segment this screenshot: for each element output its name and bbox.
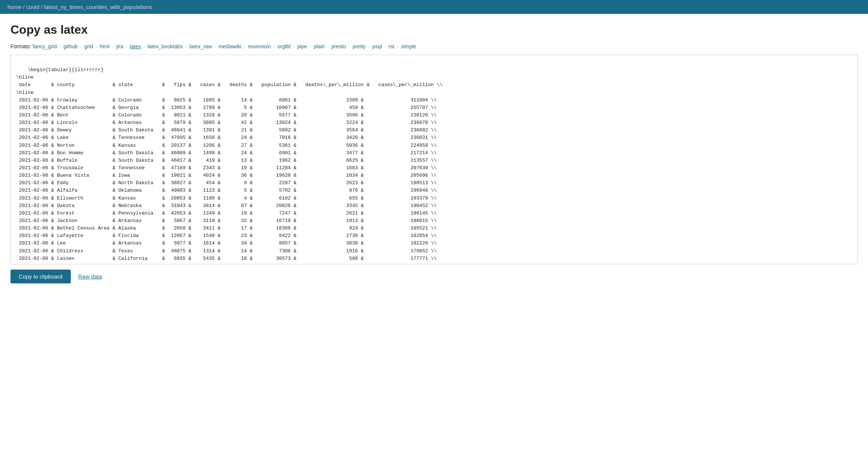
format-link-orgtbl[interactable]: orgtbl	[277, 43, 291, 49]
topbar: home / covid / latest_ny_times_counties_…	[0, 0, 868, 14]
format-link-latex_raw[interactable]: latex_raw	[189, 43, 212, 49]
format-separator: ·	[79, 43, 84, 49]
copy-to-clipboard-button[interactable]: Copy to clipboard	[10, 270, 71, 283]
format-separator: ·	[326, 43, 330, 49]
format-link-html[interactable]: html	[100, 43, 109, 49]
format-link-jira[interactable]: jira	[116, 43, 123, 49]
format-link-pipe[interactable]: pipe	[297, 43, 307, 49]
format-separator: ·	[243, 43, 247, 49]
format-separator: ·	[124, 43, 129, 49]
format-separator: ·	[383, 43, 388, 49]
code-box: \begin{tabular}{lllrrrrrr} \hline date &…	[10, 55, 858, 264]
format-separator: ·	[292, 43, 296, 49]
format-link-moinmoin[interactable]: moinmoin	[248, 43, 271, 49]
format-link-presto[interactable]: presto	[331, 43, 346, 49]
format-separator: ·	[347, 43, 352, 49]
format-separator: ·	[184, 43, 188, 49]
formats-label: Formats:	[10, 43, 31, 49]
main-content: Copy as latex Formats: fancy_grid · gith…	[0, 14, 868, 292]
formats-links: fancy_grid · github · grid · html · jira…	[33, 43, 416, 49]
raw-data-button[interactable]: Raw data	[78, 273, 102, 280]
format-link-grid[interactable]: grid	[84, 43, 93, 49]
breadcrumb: home / covid / latest_ny_times_counties_…	[7, 4, 152, 10]
format-separator: ·	[111, 43, 115, 49]
format-link-pretty[interactable]: pretty	[353, 43, 366, 49]
format-link-plain[interactable]: plain	[314, 43, 325, 49]
format-link-github[interactable]: github	[63, 43, 78, 49]
format-separator: ·	[272, 43, 276, 49]
format-separator: ·	[142, 43, 146, 49]
format-link-rst[interactable]: rst	[389, 43, 395, 49]
format-link-simple[interactable]: simple	[401, 43, 416, 49]
format-link-latex[interactable]: latex	[130, 43, 141, 49]
page-title: Copy as latex	[10, 23, 858, 37]
format-separator: ·	[395, 43, 400, 49]
format-separator: ·	[94, 43, 99, 49]
bottom-bar: Copy to clipboard Raw data	[10, 270, 858, 283]
format-link-mediawiki[interactable]: mediawiki	[218, 43, 241, 49]
formats-line: Formats: fancy_grid · github · grid · ht…	[10, 43, 858, 49]
code-content: \begin{tabular}{lllrrrrrr} \hline date &…	[16, 67, 443, 264]
format-separator: ·	[367, 43, 371, 49]
format-link-latex_booktabs[interactable]: latex_booktabs	[148, 43, 183, 49]
format-separator: ·	[213, 43, 218, 49]
format-link-psql[interactable]: psql	[372, 43, 382, 49]
format-link-fancy_grid[interactable]: fancy_grid	[33, 43, 57, 49]
format-separator: ·	[308, 43, 313, 49]
format-separator: ·	[58, 43, 63, 49]
